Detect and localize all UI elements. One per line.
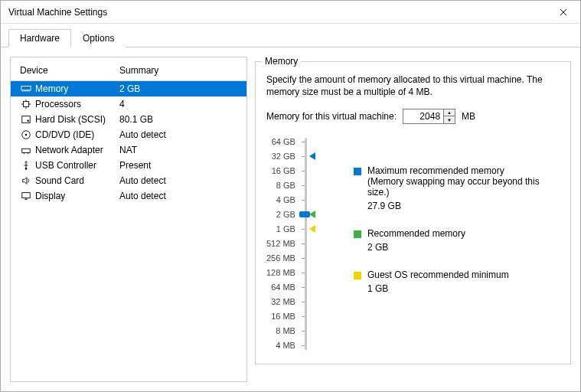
device-summary: Auto detect (119, 175, 237, 186)
device-summary: 80.1 GB (119, 114, 237, 125)
tab-hardware[interactable]: Hardware (8, 29, 71, 47)
memory-tick-label: 8 MB (276, 324, 300, 338)
device-summary: Present (119, 160, 237, 171)
svg-rect-0 (21, 87, 31, 90)
tab-bar: Hardware Options (1, 24, 580, 47)
device-name: CD/DVD (IDE) (35, 129, 119, 140)
memory-description: Specify the amount of memory allocated t… (266, 74, 560, 98)
content-area: Device Summary Memory2 GBProcessors4Hard… (1, 47, 580, 391)
memory-unit: MB (462, 111, 475, 122)
svg-rect-8 (22, 193, 31, 198)
svg-point-5 (25, 134, 28, 136)
memory-field-label: Memory for this virtual machine: (266, 111, 397, 122)
memory-tick (302, 273, 305, 273)
device-row[interactable]: CD/DVD (IDE)Auto detect (11, 127, 246, 142)
memory-tick (302, 229, 305, 230)
memory-track-line (305, 138, 307, 350)
device-name: Network Adapter (35, 145, 119, 155)
memory-tick (302, 302, 305, 302)
tab-options[interactable]: Options (71, 29, 126, 47)
memory-track[interactable] (300, 135, 335, 353)
svg-rect-6 (22, 149, 31, 152)
legend-rec: Recommended memory 2 GB (354, 228, 560, 253)
memory-tick (302, 156, 305, 157)
memory-tick-label: 1 GB (276, 222, 300, 237)
device-summary: NAT (119, 145, 237, 155)
memory-tick (302, 200, 305, 201)
memory-tick-label: 512 MB (266, 237, 300, 251)
memory-marker-recommended (309, 211, 315, 218)
legend-guest-value: 1 GB (367, 283, 560, 294)
device-row[interactable]: DisplayAuto detect (11, 188, 246, 204)
memory-tick-label: 128 MB (266, 266, 300, 280)
memory-tick-label: 16 GB (272, 164, 300, 178)
memory-tick (302, 316, 305, 317)
device-row[interactable]: Network AdapterNAT (11, 142, 246, 158)
memory-icon (20, 83, 32, 95)
device-name: Sound Card (35, 175, 119, 186)
device-summary: Auto detect (119, 191, 237, 201)
sound-icon (20, 175, 32, 187)
memory-tick-label: 32 GB (272, 149, 300, 164)
legend-max-value: 27.9 GB (367, 201, 560, 211)
memory-tick-label: 4 GB (276, 193, 300, 207)
legend-max-swatch (354, 168, 361, 175)
memory-group-title: Memory (262, 56, 301, 67)
disk-icon (20, 113, 32, 126)
detail-panel: Memory Specify the amount of memory allo… (255, 57, 571, 382)
svg-rect-1 (24, 102, 29, 107)
titlebar: Virtual Machine Settings (1, 1, 580, 24)
device-summary: 2 GB (119, 83, 237, 94)
svg-point-7 (25, 168, 28, 170)
memory-tick-label: 16 MB (271, 309, 300, 324)
memory-spinbox[interactable]: ▲ ▼ (403, 109, 455, 124)
memory-tick (302, 142, 305, 142)
device-row[interactable]: Hard Disk (SCSI)80.1 GB (11, 112, 246, 127)
legend-guest-label: Guest OS recommended minimum (367, 270, 509, 280)
memory-tick (302, 287, 305, 288)
memory-slider-thumb[interactable] (299, 211, 310, 217)
memory-tick-label: 2 GB (276, 207, 300, 222)
device-name: Hard Disk (SCSI) (35, 114, 119, 125)
legend-guest: Guest OS recommended minimum 1 GB (354, 270, 560, 294)
memory-tick (302, 185, 305, 186)
device-name: Processors (35, 99, 119, 109)
memory-tick-label: 64 MB (271, 280, 300, 295)
device-name: USB Controller (35, 160, 119, 171)
close-button[interactable] (554, 3, 573, 21)
column-summary: Summary (119, 65, 237, 76)
column-device: Device (20, 65, 119, 76)
memory-tick-label: 4 MB (276, 338, 300, 353)
svg-rect-2 (22, 116, 31, 123)
device-summary: 4 (119, 99, 237, 109)
memory-spin-down[interactable]: ▼ (444, 116, 455, 123)
legend-max-note: (Memory swapping may occur beyond this s… (367, 176, 560, 198)
legend-rec-swatch (354, 230, 361, 238)
device-name: Memory (35, 83, 119, 94)
memory-spin-up[interactable]: ▲ (444, 109, 455, 116)
window-title: Virtual Machine Settings (8, 7, 107, 18)
legend-max-label: Maximum recommended memory (367, 165, 504, 176)
vm-settings-window: Virtual Machine Settings Hardware Option… (0, 0, 581, 392)
memory-field-row: Memory for this virtual machine: ▲ ▼ MB (266, 109, 560, 124)
legend-guest-swatch (354, 272, 361, 279)
cd-icon (20, 129, 32, 141)
device-row[interactable]: Processors4 (11, 96, 246, 112)
memory-marker-max (309, 152, 315, 160)
network-icon (20, 144, 32, 156)
svg-point-3 (27, 119, 29, 122)
device-row[interactable]: Sound CardAuto detect (11, 173, 246, 188)
device-row[interactable]: USB ControllerPresent (11, 158, 246, 173)
memory-tick (302, 331, 305, 332)
legend-max: Maximum recommended memory (Memory swapp… (354, 165, 560, 211)
memory-input[interactable] (403, 109, 443, 123)
memory-tick-labels: 64 GB32 GB16 GB8 GB4 GB2 GB1 GB512 MB256… (266, 135, 300, 353)
legend-rec-value: 2 GB (367, 242, 560, 253)
device-name: Display (35, 191, 119, 201)
device-row[interactable]: Memory2 GB (11, 81, 246, 96)
memory-slider: 64 GB32 GB16 GB8 GB4 GB2 GB1 GB512 MB256… (266, 135, 335, 353)
memory-tick (302, 258, 305, 259)
memory-legend: Maximum recommended memory (Memory swapp… (354, 135, 560, 353)
memory-marker-guest-min (309, 225, 315, 233)
memory-tick (302, 243, 305, 244)
